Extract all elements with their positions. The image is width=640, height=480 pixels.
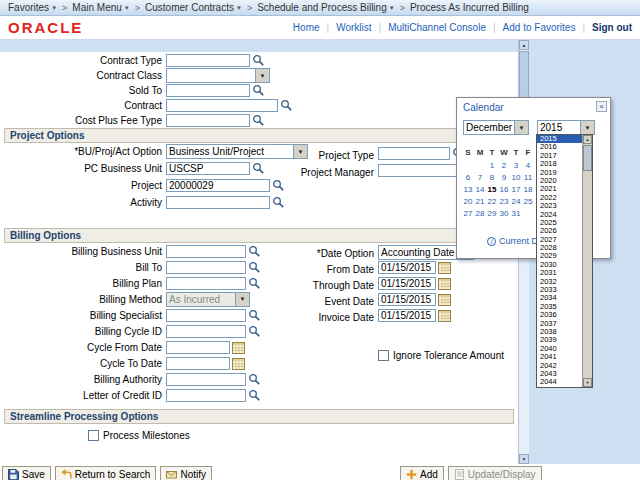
pc-business-unit-input[interactable] (166, 162, 250, 175)
calendar-day[interactable]: 15 (486, 184, 498, 196)
bill-to-input[interactable] (166, 261, 246, 274)
calendar-day[interactable]: 28 (474, 208, 486, 220)
close-icon[interactable]: × (596, 101, 607, 112)
calendar-icon[interactable] (232, 357, 245, 370)
scroll-down-icon[interactable]: ▼ (519, 454, 529, 464)
day-header: W (498, 148, 510, 157)
calendar-day[interactable]: 31 (510, 208, 522, 220)
calendar-day[interactable]: 16 (498, 184, 510, 196)
lookup-icon[interactable] (252, 114, 265, 127)
dropdown-arrow-icon[interactable]: ▼ (580, 121, 594, 134)
dropdown-arrow-icon[interactable]: ▼ (514, 121, 528, 134)
calendar-day[interactable]: 18 (522, 184, 534, 196)
contract-class-select[interactable]: ▼ (166, 68, 270, 83)
calendar-day[interactable]: 30 (498, 208, 510, 220)
lookup-icon[interactable] (248, 325, 261, 338)
calendar-day[interactable]: 2 (498, 160, 510, 172)
breadcrumb-main-menu[interactable]: Main Menu▼ (72, 2, 129, 13)
year-dropdown-list: 2015201620172018201920202021202220232024… (536, 134, 593, 388)
lookup-icon[interactable] (252, 54, 265, 67)
calendar-day[interactable]: 3 (510, 160, 522, 172)
month-select[interactable]: December▼ (463, 120, 529, 135)
scroll-up-icon[interactable]: ▲ (583, 135, 592, 144)
process-milestones-checkbox[interactable] (88, 430, 99, 441)
calendar-day[interactable]: 6 (462, 172, 474, 184)
save-button[interactable]: Save (2, 466, 51, 480)
lookup-icon[interactable] (252, 84, 265, 97)
breadcrumb-favorites[interactable]: Favorites▼ (8, 2, 57, 13)
calendar-day[interactable]: 11 (522, 172, 534, 184)
calendar-day[interactable]: 24 (510, 196, 522, 208)
chevron-down-icon: ▼ (236, 5, 242, 11)
scroll-down-icon[interactable]: ▼ (583, 378, 592, 387)
year-option[interactable]: 2044 (537, 378, 582, 386)
home-link[interactable]: Home (293, 22, 320, 33)
contract-type-input[interactable] (166, 54, 250, 67)
return-to-search-button[interactable]: Return to Search (55, 466, 157, 480)
scroll-up-icon[interactable]: ▲ (519, 40, 529, 50)
breadcrumb-label: Process As Incurred Billing (410, 2, 529, 13)
calendar-icon[interactable] (438, 261, 451, 274)
year-list-scrollbar[interactable]: ▲ ▼ (582, 135, 592, 387)
letter-of-credit-id-input[interactable] (166, 389, 246, 402)
calendar-day[interactable]: 27 (462, 208, 474, 220)
cycle-to-date-input[interactable] (166, 357, 230, 370)
cycle-from-date-input[interactable] (166, 341, 230, 354)
calendar-day[interactable]: 14 (474, 184, 486, 196)
lookup-icon[interactable] (272, 179, 285, 192)
section-title: Project Options (10, 130, 84, 141)
add-to-favorites-link[interactable]: Add to Favorites (503, 22, 576, 33)
calendar-day[interactable]: 22 (486, 196, 498, 208)
multichannel-console-link[interactable]: MultiChannel Console (388, 22, 486, 33)
billing-cycle-id-input[interactable] (166, 325, 246, 338)
ignore-tolerance-amount-checkbox[interactable] (378, 350, 389, 361)
event-date-input[interactable] (378, 293, 436, 306)
calendar-day[interactable]: 10 (510, 172, 522, 184)
update-display-button[interactable]: Update/Display (448, 466, 542, 480)
lookup-icon[interactable] (280, 99, 293, 112)
billing-business-unit-input[interactable] (166, 245, 246, 258)
project-type-input[interactable] (378, 147, 450, 160)
lookup-icon[interactable] (248, 389, 261, 402)
calendar-icon[interactable] (438, 293, 451, 306)
lookup-icon[interactable] (248, 373, 261, 386)
calendar-day[interactable]: 1 (486, 160, 498, 172)
breadcrumb-customer-contracts[interactable]: Customer Contracts▼ (145, 2, 242, 13)
billing-authority-input[interactable] (166, 373, 246, 386)
from-date-input[interactable] (378, 261, 436, 274)
billing-plan-input[interactable] (166, 277, 246, 290)
invoice-date-input[interactable] (378, 309, 436, 322)
from-date-label: From Date (242, 263, 374, 276)
year-select[interactable]: 2015▼ (537, 120, 595, 135)
cost-plus-fee-type-input[interactable] (166, 114, 250, 127)
calendar-day[interactable]: 4 (522, 160, 534, 172)
breadcrumb-schedule-process-billing[interactable]: Schedule and Process Billing▼ (257, 2, 394, 13)
calendar-icon[interactable] (438, 277, 451, 290)
through-date-input[interactable] (378, 277, 436, 290)
notify-button[interactable]: Notify (160, 466, 212, 480)
activity-input[interactable] (166, 196, 270, 209)
calendar-day[interactable]: 13 (462, 184, 474, 196)
calendar-day[interactable]: 29 (486, 208, 498, 220)
calendar-day[interactable]: 23 (498, 196, 510, 208)
calendar-day[interactable]: 7 (474, 172, 486, 184)
calendar-icon[interactable] (438, 309, 451, 322)
project-manager-input[interactable] (378, 164, 466, 177)
contract-input[interactable] (166, 99, 278, 112)
project-input[interactable] (166, 179, 270, 192)
calendar-day[interactable]: 17 (510, 184, 522, 196)
lookup-icon[interactable] (272, 196, 285, 209)
sign-out-link[interactable]: Sign out (592, 22, 632, 33)
calendar-icon[interactable] (232, 341, 245, 354)
sold-to-input[interactable] (166, 84, 250, 97)
dropdown-arrow-icon[interactable]: ▼ (255, 69, 269, 82)
calendar-day[interactable]: 20 (462, 196, 474, 208)
calendar-day[interactable]: 8 (486, 172, 498, 184)
calendar-day[interactable]: 25 (522, 196, 534, 208)
billing-specialist-input[interactable] (166, 309, 246, 322)
worklist-link[interactable]: Worklist (336, 22, 371, 33)
calendar-day[interactable]: 9 (498, 172, 510, 184)
scrollbar-thumb[interactable] (583, 145, 592, 171)
add-button[interactable]: Add (400, 466, 444, 480)
calendar-day[interactable]: 21 (474, 196, 486, 208)
